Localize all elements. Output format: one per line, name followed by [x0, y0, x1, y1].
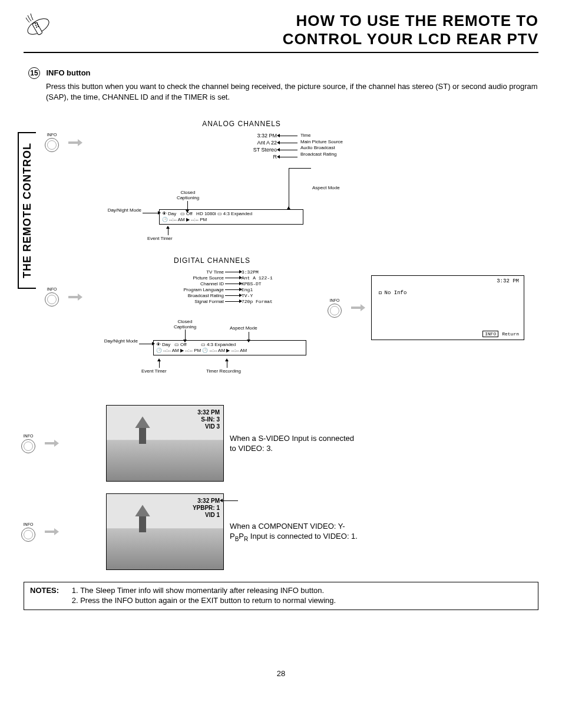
page-number: 28: [24, 669, 538, 678]
info-button-digital: INFO: [41, 287, 62, 307]
note-item: The Sleep Timer info will show momentari…: [80, 586, 336, 595]
svideo-screenshot: 3:32 PM S-IN: 3 VID 3: [106, 405, 224, 482]
digital-osd-bottom: Day Off 4:3 Expanded --:-- AM ▶ --:-- PM…: [153, 340, 306, 355]
svg-point-4: [35, 25, 37, 26]
notes-box: NOTES: The Sleep Timer info will show mo…: [24, 582, 538, 610]
info-button-svideo: INFO: [18, 434, 39, 453]
arrow-icon: [351, 305, 365, 311]
analog-header: ANALOG CHANNELS: [77, 120, 406, 128]
arrow-icon: [45, 529, 59, 535]
digital-timer-rec-label: Timer Recording: [206, 368, 241, 374]
svg-rect-1: [32, 22, 42, 35]
info-button-component: INFO: [18, 522, 39, 542]
title-divider: [24, 52, 538, 53]
section-number-badge: 15: [28, 67, 40, 79]
digital-cc-label: Closed Captioning: [171, 319, 199, 330]
analog-osd-labels: Time Main Picture Source Audio Broadcast…: [300, 133, 343, 157]
note-item: Press the INFO button again or the EXIT …: [80, 596, 336, 605]
info-button-noinfo: INFO: [324, 298, 345, 318]
svg-point-2: [35, 23, 36, 24]
page-title: HOW TO USE THE REMOTE TO CONTROL YOUR LC…: [65, 12, 538, 48]
arrow-icon: [45, 440, 59, 446]
digital-daynight-label: Day/Night Mode: [104, 339, 138, 344]
analog-osd-top: 3:32 PM Ant A 22 ST Stereo R: [206, 133, 277, 160]
analog-daynight-label: Day/Night Mode: [106, 208, 141, 213]
analog-aspect-label: Aspect Mode: [312, 186, 340, 191]
noinfo-osd: 3:32 PM No Info INFO Return: [371, 275, 524, 340]
digital-right-values: 3:32PM Ant A 122-1 KPBS-DT Engl TV-Y 720…: [242, 269, 273, 305]
digital-left-labels: TV Time Picture Source Channel ID Progra…: [171, 269, 224, 305]
svg-point-5: [37, 24, 38, 25]
analog-osd-bottom: Day Off HD 1080i 4:3 Expanded --:-- AM ▶…: [159, 209, 303, 224]
analog-event-timer-label: Event Timer: [147, 236, 173, 241]
digital-event-timer-label: Event Timer: [141, 368, 167, 374]
svideo-description: When a S-VIDEO Input is connected to VID…: [230, 433, 359, 454]
section-title: INFO button: [46, 69, 90, 78]
side-tab: THE REMOTE CONTROL: [18, 132, 36, 289]
arrow-icon: [68, 140, 82, 146]
info-button-analog: INFO: [41, 133, 62, 152]
analog-cc-label: Closed Captioning: [174, 190, 202, 201]
remote-logo-icon: [24, 12, 53, 41]
arrow-icon: [68, 294, 82, 300]
section-body: Press this button when you want to check…: [28, 81, 538, 102]
component-description: When a COMPONENT VIDEO: Y-PBPR Input is …: [230, 521, 359, 543]
component-screenshot: 3:32 PM YPBPR: 1 VID 1: [106, 493, 224, 570]
svg-point-3: [37, 22, 38, 24]
svg-point-7: [38, 26, 39, 27]
digital-header: DIGITAL CHANNELS: [106, 256, 318, 265]
svg-point-6: [36, 27, 37, 28]
time-callout-arrow: [223, 500, 238, 501]
digital-aspect-label: Aspect Mode: [230, 325, 257, 331]
